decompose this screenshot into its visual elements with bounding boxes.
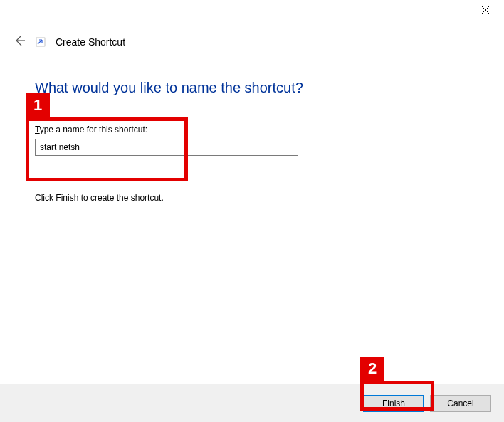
cancel-button[interactable]: Cancel [430, 395, 491, 412]
close-icon[interactable] [481, 6, 490, 16]
wizard-hint: Click Finish to create the shortcut. [35, 193, 483, 203]
page-title: Create Shortcut [56, 36, 125, 48]
annotation-badge-2: 2 [360, 357, 384, 381]
wizard-footer: Finish Cancel [0, 384, 504, 422]
shortcut-name-label: Type a name for this shortcut: [35, 125, 483, 134]
shortcut-name-input[interactable] [35, 139, 298, 156]
finish-button[interactable]: Finish [363, 395, 424, 412]
svg-rect-0 [36, 38, 45, 46]
back-icon[interactable] [13, 34, 26, 49]
wizard-heading: What would you like to name the shortcut… [35, 80, 483, 96]
shortcut-icon [36, 37, 46, 47]
